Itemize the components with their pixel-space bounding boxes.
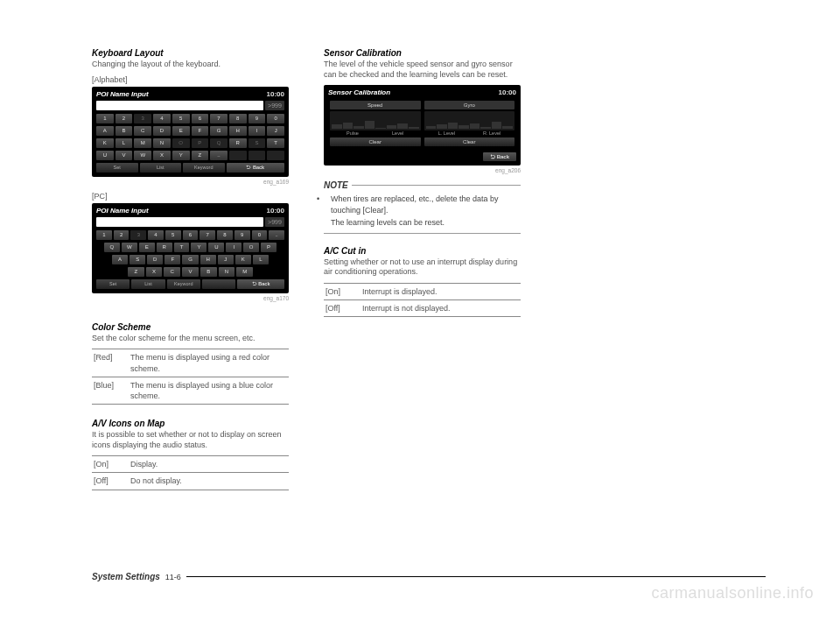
results-count-button[interactable]: >999	[265, 217, 284, 227]
kb-key[interactable]: U	[208, 243, 224, 252]
kb-key[interactable]: L	[116, 138, 133, 148]
kb-key[interactable]: Q	[104, 243, 120, 252]
kb-key[interactable]: 7	[200, 230, 215, 240]
kb-key[interactable]: 6	[183, 230, 199, 240]
kb-key[interactable]: 1	[96, 230, 112, 240]
set-button[interactable]: Set	[96, 163, 138, 173]
kb-key[interactable]: H	[229, 126, 247, 136]
kb-key[interactable]: 0	[252, 230, 268, 240]
kb-key[interactable]: V	[182, 267, 199, 277]
kb-key[interactable]: W	[122, 243, 137, 252]
kb-key[interactable]: 8	[229, 114, 247, 123]
opt-key: [Off]	[92, 473, 129, 490]
kb-key[interactable]: 1	[96, 114, 114, 123]
kb-key[interactable]: E	[172, 126, 190, 136]
kb-key[interactable]: S	[130, 255, 145, 264]
kb-key[interactable]: I	[248, 126, 266, 136]
kb-key[interactable]: Z	[192, 151, 209, 160]
kb-key[interactable]: O	[243, 243, 259, 252]
back-button[interactable]: ⮌ Back	[483, 152, 516, 161]
results-count-button[interactable]: >999	[265, 101, 284, 110]
kb-key[interactable]: T	[267, 138, 284, 148]
kb-key[interactable]: J	[267, 126, 284, 136]
kb-key[interactable]: B	[200, 267, 217, 277]
kb-key[interactable]: 9	[234, 230, 250, 240]
kb-key[interactable]: 8	[217, 230, 233, 240]
list-button[interactable]: List	[131, 279, 164, 289]
kb-key[interactable]: I	[226, 243, 242, 252]
kb-key[interactable]: L	[253, 255, 269, 264]
kb-key[interactable]: H	[200, 255, 216, 264]
kb-key[interactable]: F	[164, 255, 180, 264]
kb-key[interactable]: X	[153, 151, 171, 160]
kb-key[interactable]: S	[248, 138, 266, 148]
kb-key[interactable]: E	[139, 243, 155, 252]
kb-key[interactable]: M	[134, 138, 151, 148]
kb-key[interactable]: 6	[192, 114, 209, 123]
list-button[interactable]: List	[140, 163, 182, 173]
kb-key[interactable]: K	[96, 138, 114, 148]
kb-key[interactable]: Q	[210, 138, 228, 148]
kb-key[interactable]: N	[153, 138, 171, 148]
watermark: carmanualsonline.info	[651, 584, 814, 602]
kb-key[interactable]: 9	[248, 114, 266, 123]
kb-key[interactable]: P	[192, 138, 209, 148]
kb-key[interactable]: C	[164, 267, 180, 277]
kb-key[interactable]: W	[134, 151, 151, 160]
poi-text-field[interactable]	[96, 101, 263, 110]
kb-key[interactable]: G	[182, 255, 198, 264]
kb-key[interactable]: V	[116, 151, 133, 160]
kb-key[interactable]: M	[236, 267, 253, 277]
kb-key[interactable]: T	[174, 243, 190, 252]
kb-key[interactable]: Y	[172, 151, 190, 160]
kb-key[interactable]: U	[96, 151, 114, 160]
kb-key[interactable]: ..	[210, 151, 228, 160]
kb-key[interactable]: F	[192, 126, 209, 136]
back-button[interactable]: ⮌ Back	[237, 279, 284, 289]
page-footer: System Settings 11-6	[92, 572, 766, 581]
heading-keyboard-layout: Keyboard Layout	[92, 48, 289, 58]
kb-key[interactable]: D	[147, 255, 163, 264]
kb-key[interactable]: 2	[114, 230, 130, 240]
kb-key[interactable]: 4	[153, 114, 171, 123]
caption-sensor: eng_a206	[324, 167, 521, 173]
caption-alpha: eng_a169	[92, 179, 289, 185]
kb-key[interactable]: 4	[148, 230, 164, 240]
set-button[interactable]: Set	[96, 279, 130, 289]
poi-text-field[interactable]	[96, 217, 263, 227]
kb-key[interactable]: G	[210, 126, 228, 136]
kb-key[interactable]: A	[112, 255, 128, 264]
kb-key[interactable]: B	[116, 126, 133, 136]
kb-key[interactable]: R	[229, 138, 247, 148]
kb-key[interactable]: 3	[130, 230, 146, 240]
kb-key[interactable]: 5	[165, 230, 181, 240]
kb-key[interactable]: J	[218, 255, 234, 264]
keyword-button[interactable]: Keyword	[167, 279, 200, 289]
kb-key[interactable]: D	[153, 126, 171, 136]
kb-key[interactable]: 3	[134, 114, 151, 123]
kb-key[interactable]: Y	[191, 243, 206, 252]
kb-key[interactable]: N	[219, 267, 235, 277]
back-button[interactable]: ⮌ Back	[227, 163, 285, 173]
kb-key[interactable]: R	[157, 243, 172, 252]
kb-key[interactable]: 5	[172, 114, 190, 123]
kb-key[interactable]: 7	[210, 114, 228, 123]
screenshot-sensor-calibration: Sensor Calibration 10:00 Speed PulseLeve…	[324, 85, 521, 166]
right-column: Sensor Calibration The level of the vehi…	[324, 48, 521, 490]
kb-key[interactable]: ..	[269, 230, 284, 240]
clear-button-speed[interactable]: Clear	[330, 137, 421, 146]
kb-key[interactable]: A	[96, 126, 114, 136]
kb-key[interactable]: P	[261, 243, 276, 252]
desc-color-scheme: Set the color scheme for the menu screen…	[92, 334, 289, 344]
kb-key[interactable]: Z	[128, 267, 144, 277]
clear-button-gyro[interactable]: Clear	[424, 137, 515, 146]
page-content: Keyboard Layout Changing the layout of t…	[0, 0, 840, 490]
kb-key[interactable]: K	[235, 255, 251, 264]
kb-key[interactable]: 2	[116, 114, 133, 123]
opt-value: Interrupt is displayed.	[360, 284, 521, 300]
kb-key[interactable]: O	[172, 138, 190, 148]
kb-key[interactable]: 0	[267, 114, 284, 123]
kb-key[interactable]: X	[146, 267, 163, 277]
keyword-button[interactable]: Keyword	[183, 163, 225, 173]
kb-key[interactable]: C	[134, 126, 151, 136]
